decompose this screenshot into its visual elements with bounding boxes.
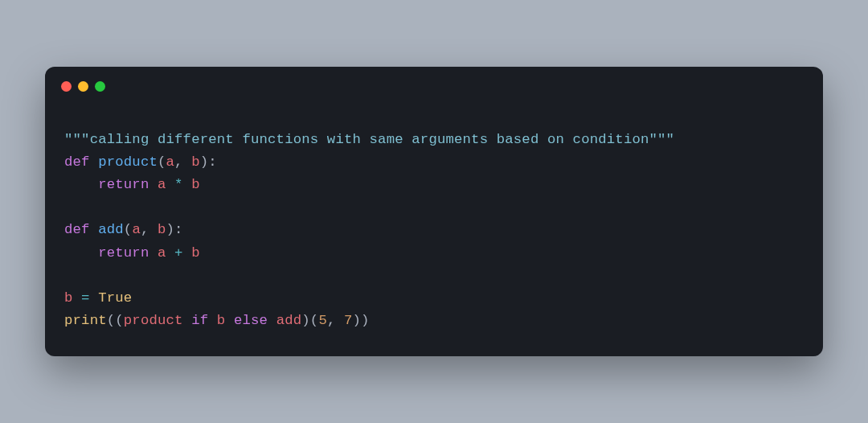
param-b: b — [158, 222, 166, 237]
docstring-open: """ — [64, 132, 90, 147]
lparen: ( — [158, 154, 166, 170]
space — [183, 313, 192, 328]
num-5: 5 — [318, 313, 327, 328]
kw-def: def — [64, 222, 90, 237]
indent — [64, 177, 98, 192]
fn-product: product — [98, 154, 158, 170]
op-eq: = — [81, 290, 90, 306]
docstring-close: """ — [649, 132, 675, 147]
code-block: """calling different functions with same… — [45, 100, 823, 355]
const-true: True — [98, 290, 132, 306]
rparen: ) — [200, 154, 209, 170]
comma: , — [327, 313, 344, 328]
param-a: a — [132, 222, 141, 237]
param-a: a — [166, 154, 175, 170]
var-b: b — [64, 290, 73, 306]
kw-if: if — [191, 313, 208, 328]
code-window: """calling different functions with same… — [45, 67, 823, 355]
num-7: 7 — [344, 313, 353, 328]
rparen: ) — [361, 313, 370, 328]
kw-else: else — [234, 313, 268, 328]
space — [166, 245, 175, 261]
lparen: ( — [310, 313, 319, 328]
space — [90, 290, 99, 306]
lparen: ( — [107, 313, 116, 328]
var-b: b — [217, 313, 226, 328]
space — [208, 313, 217, 328]
var-a: a — [158, 177, 166, 192]
lparen: ( — [124, 222, 133, 237]
param-b: b — [191, 154, 200, 170]
lparen: ( — [115, 313, 124, 328]
op-add: + — [174, 245, 183, 261]
rparen: ) — [166, 222, 175, 237]
kw-return: return — [98, 177, 149, 192]
var-b: b — [191, 177, 200, 192]
ref-product: product — [124, 313, 183, 328]
var-b: b — [191, 245, 200, 261]
maximize-icon[interactable] — [95, 81, 105, 92]
fn-add: add — [98, 222, 124, 237]
comma: , — [174, 154, 191, 170]
space — [149, 245, 158, 261]
colon: : — [208, 154, 217, 170]
builtin-print: print — [64, 313, 107, 328]
ref-add: add — [276, 313, 302, 328]
indent — [64, 245, 98, 261]
space — [183, 245, 192, 261]
rparen: ) — [353, 313, 362, 328]
comma: , — [141, 222, 158, 237]
space — [268, 313, 276, 328]
kw-return: return — [98, 245, 149, 261]
space — [166, 177, 175, 192]
space — [225, 313, 234, 328]
space — [183, 177, 192, 192]
op-mul: * — [174, 177, 183, 192]
kw-def: def — [64, 154, 90, 170]
var-a: a — [158, 245, 166, 261]
docstring-body: calling different functions with same ar… — [90, 132, 649, 147]
titlebar — [45, 67, 823, 100]
colon: : — [174, 222, 183, 237]
space — [90, 154, 99, 170]
close-icon[interactable] — [61, 81, 72, 92]
rparen: ) — [301, 313, 310, 328]
minimize-icon[interactable] — [78, 81, 88, 92]
space — [73, 290, 82, 306]
space — [90, 222, 99, 237]
space — [149, 177, 158, 192]
